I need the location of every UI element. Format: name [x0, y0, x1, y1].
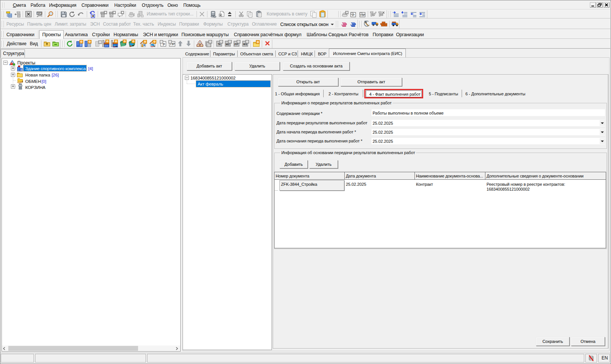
svg-text:✱: ✱: [92, 15, 94, 17]
svg-text:PDF: PDF: [37, 12, 42, 15]
svg-text:10: 10: [208, 44, 210, 47]
